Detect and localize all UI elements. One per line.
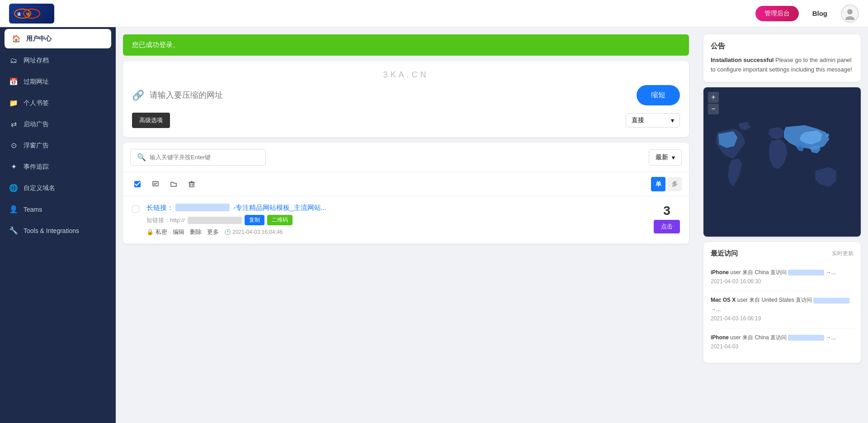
private-label: 私密 — [156, 228, 167, 235]
bookmark-icon: 📁 — [9, 99, 18, 107]
sidebar-label-tools: Tools & Integrations — [24, 227, 79, 234]
layout: 🏠 用户中心 🗂 网址存档 📅 过期网址 📁 个人书签 ⇄ 启动广告 ⊙ 浮窗广… — [0, 27, 868, 423]
link-short-blurred — [188, 217, 242, 224]
teams-icon: 👤 — [9, 205, 18, 214]
delete-link-button[interactable]: 删除 — [190, 228, 202, 236]
float-ad-icon: ⊙ — [9, 141, 18, 150]
right-panel: 公告 Installation successful Please go to … — [696, 27, 868, 423]
sort-value: 最新 — [656, 153, 668, 162]
private-toggle[interactable]: 🔒 私密 — [146, 228, 167, 236]
url-options-row: 高级选项 直接 ▾ — [132, 113, 680, 128]
link-actions: 🔒 私密 编辑 删除 更多 🕐 2021-04-03 16:04:46 — [146, 228, 646, 236]
recent-visits-title: 最近访问 — [711, 249, 738, 258]
search-icon: 🔍 — [137, 153, 146, 162]
announcement-bold: Installation successful — [711, 57, 774, 63]
sidebar-label-teams: Teams — [24, 206, 42, 213]
view-multi-button[interactable]: 多 — [667, 177, 682, 191]
home-icon: 🏠 — [12, 34, 21, 43]
success-message: 您已成功登录。 — [132, 41, 179, 48]
calendar-icon: 📅 — [9, 77, 18, 86]
toolbar-actions — [130, 177, 199, 191]
map-zoom-out-button[interactable]: − — [708, 104, 719, 114]
sidebar-label-custom-domain: 自定义域名 — [24, 184, 55, 192]
logo[interactable]: 速 链 — [9, 4, 54, 24]
visit-item-2: Mac OS X user 来自 United States 直访问 →... … — [711, 291, 854, 328]
visit-item-3: iPhone user 来自 China 直访问 →... 2021-04-03 — [711, 328, 854, 356]
link-checkbox[interactable] — [132, 205, 139, 213]
link-url-blurred — [175, 204, 230, 211]
sidebar-label-url-archive: 网址存档 — [24, 57, 49, 65]
sort-select[interactable]: 最新 ▾ — [649, 149, 682, 166]
avatar[interactable] — [841, 5, 859, 23]
watermark: 3KA.CN — [132, 70, 680, 80]
blog-link[interactable]: Blog — [812, 10, 827, 17]
sidebar-item-expired-url[interactable]: 📅 过期网址 — [0, 71, 116, 92]
recent-visits-header: 最近访问 实时更新 — [711, 249, 854, 258]
link-timestamp: 🕐 2021-04-03 16:04:46 — [224, 229, 283, 235]
url-input-row: 🔗 缩短 — [132, 85, 680, 105]
visit-info-1: user 来自 China 直访问 →... — [730, 269, 835, 276]
announcement-title: 公告 — [711, 42, 854, 51]
edit-icon-button[interactable] — [148, 177, 163, 191]
archive-icon: 🗂 — [9, 57, 18, 65]
visit-url-blurred-3 — [788, 335, 824, 341]
shorten-button[interactable]: 缩短 — [637, 85, 680, 105]
more-link-button[interactable]: 更多 — [207, 228, 219, 236]
sidebar-item-bookmark[interactable]: 📁 个人书签 — [0, 92, 116, 114]
sidebar-item-teams[interactable]: 👤 Teams — [0, 199, 116, 220]
url-input[interactable] — [150, 90, 631, 100]
link-item: 长链接： -专注精品网站模板_主流网站... 短链接：http:// 复制 二维… — [123, 196, 689, 244]
link-short-row: 短链接：http:// 复制 二维码 — [146, 215, 646, 225]
click-stats-button[interactable]: 点击 — [654, 220, 680, 233]
success-banner: 您已成功登录。 — [123, 34, 689, 56]
visit-time-2: 2021-04-03 16:06:19 — [711, 315, 761, 322]
map-zoom-in-button[interactable]: + — [708, 92, 719, 103]
url-input-card: 3KA.CN 🔗 缩短 高级选项 直接 ▾ — [123, 61, 689, 137]
visit-device-1: iPhone — [711, 269, 729, 276]
visit-info-3: user 来自 China 直访问 →... — [730, 334, 835, 341]
sidebar-item-tools[interactable]: 🔧 Tools & Integrations — [0, 220, 116, 241]
admin-backend-button[interactable]: 管理后台 — [755, 6, 799, 21]
tools-icon: 🔧 — [9, 226, 18, 235]
redirect-select[interactable]: 直接 ▾ — [626, 113, 680, 128]
sidebar: 🏠 用户中心 🗂 网址存档 📅 过期网址 📁 个人书签 ⇄ 启动广告 ⊙ 浮窗广… — [0, 27, 116, 423]
qr-button[interactable]: 二维码 — [267, 215, 292, 225]
sidebar-item-event-tracking[interactable]: ✦ 事件追踪 — [0, 156, 116, 177]
sidebar-label-launch-ad: 启动广告 — [24, 120, 49, 128]
link-list-card: 🔍 最新 ▾ — [123, 143, 689, 244]
chevron-down-icon: ▾ — [672, 154, 675, 161]
search-box[interactable]: 🔍 — [130, 149, 266, 166]
visit-time-1: 2021-04-03 16:06:30 — [711, 278, 761, 285]
svg-text:链: 链 — [26, 12, 30, 16]
chain-icon: 🔗 — [132, 90, 144, 101]
advanced-options-button[interactable]: 高级选项 — [132, 113, 170, 128]
sidebar-item-custom-domain[interactable]: 🌐 自定义域名 — [0, 177, 116, 199]
sidebar-item-float-ad[interactable]: ⊙ 浮窗广告 — [0, 135, 116, 156]
svg-text:速: 速 — [17, 12, 21, 16]
realtime-badge: 实时更新 — [832, 250, 854, 257]
list-toolbar: 单 多 — [123, 172, 689, 196]
sidebar-item-url-archive[interactable]: 🗂 网址存档 — [0, 50, 116, 71]
delete-icon-button[interactable] — [184, 177, 199, 191]
sidebar-item-user-center[interactable]: 🏠 用户中心 — [5, 29, 111, 48]
visit-time-3: 2021-04-03 — [711, 343, 738, 350]
sidebar-label-user-center: 用户中心 — [26, 35, 52, 43]
map-controls: + − — [708, 92, 719, 114]
link-stats: 3 点击 — [654, 204, 680, 233]
copy-button[interactable]: 复制 — [245, 215, 264, 225]
folder-icon-button[interactable] — [166, 177, 181, 191]
link-url-suffix: -专注精品网站模板_主流网站... — [233, 204, 326, 211]
clock-icon: 🕐 — [224, 229, 231, 235]
sidebar-label-event-tracking: 事件追踪 — [24, 163, 49, 171]
edit-link-button[interactable]: 编辑 — [173, 228, 184, 236]
select-all-button[interactable] — [130, 177, 145, 191]
search-input[interactable] — [150, 154, 259, 161]
sidebar-label-bookmark: 个人书签 — [24, 99, 49, 107]
sidebar-label-float-ad: 浮窗广告 — [24, 142, 49, 150]
tracking-icon: ✦ — [9, 162, 18, 171]
visit-url-blurred-1 — [788, 270, 824, 276]
link-info: 长链接： -专注精品网站模板_主流网站... 短链接：http:// 复制 二维… — [146, 204, 646, 236]
link-long-url: 长链接： -专注精品网站模板_主流网站... — [146, 204, 646, 212]
view-single-button[interactable]: 单 — [651, 177, 665, 191]
sidebar-item-launch-ad[interactable]: ⇄ 启动广告 — [0, 114, 116, 135]
